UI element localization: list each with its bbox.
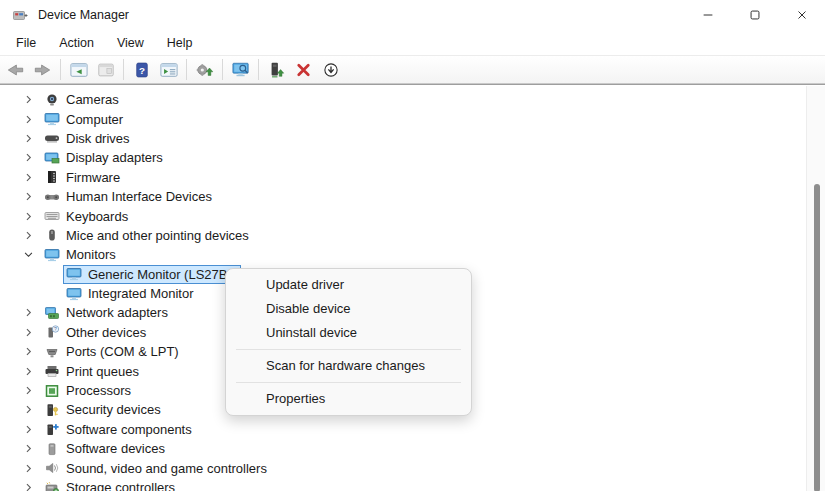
update-driver-button[interactable] [192,58,217,82]
chevron-right-icon[interactable] [22,113,35,126]
title-bar: Device Manager [0,0,825,30]
row-content[interactable]: Storage controllers [41,478,181,491]
row-content[interactable]: Monitors [41,245,122,264]
tree-item-human-interface-devices[interactable]: Human Interface Devices [0,187,806,206]
row-content[interactable]: Computer [41,110,129,129]
context-disable-device[interactable]: Disable device [226,297,471,321]
tree-item-cameras[interactable]: Cameras [0,90,806,109]
chevron-right-icon[interactable] [22,132,35,145]
chevron-right-icon[interactable] [22,403,35,416]
add-driver-button[interactable] [264,58,289,82]
help-icon: ? [133,61,151,79]
chevron-right-icon[interactable] [22,306,35,319]
chevron-right-icon[interactable] [22,210,35,223]
row-content[interactable]: Software components [41,420,198,439]
chevron-right-icon[interactable] [22,171,35,184]
row-content[interactable]: Network adapters [41,303,174,322]
uninstall-device-button[interactable] [291,58,316,82]
close-icon [795,8,809,22]
help-button[interactable]: ? [129,58,154,82]
tree-item-label: Security devices [66,402,161,417]
tree-item-label: Print queues [66,364,139,379]
tree-item-sound-video-and-game-controllers[interactable]: Sound, video and game controllers [0,458,806,477]
menu-view[interactable]: View [107,33,154,53]
row-content[interactable]: Display adapters [41,148,169,167]
tree-item-monitors[interactable]: Monitors [0,245,806,264]
row-content[interactable]: Keyboards [41,207,134,226]
tree-item-label: Network adapters [66,305,168,320]
tree-item-firmware[interactable]: Firmware [0,168,806,187]
context-properties[interactable]: Properties [226,387,471,411]
row-content[interactable]: Human Interface Devices [41,187,218,206]
keyboard-icon [44,209,60,223]
chevron-right-icon[interactable] [22,229,35,242]
context-update-driver[interactable]: Update driver [226,273,471,297]
tree-item-keyboards[interactable]: Keyboards [0,206,806,225]
action-pane-button[interactable] [156,58,181,82]
row-content[interactable]: Ports (COM & LPT) [41,342,185,361]
chevron-right-icon[interactable] [22,345,35,358]
context-menu-separator [236,349,461,350]
row-content[interactable]: Processors [41,381,137,400]
vertical-scrollbar[interactable] [806,86,825,491]
mouse-icon [44,228,60,242]
toolbar-separator [222,59,223,80]
maximize-button[interactable] [731,0,778,30]
tree-item-storage-controllers[interactable]: Storage controllers [0,478,806,491]
row-content[interactable]: ?Other devices [41,323,152,342]
display-adapter-icon [44,151,60,165]
minimize-button[interactable] [684,0,731,30]
chevron-down-icon[interactable] [22,248,35,261]
row-content[interactable]: Cameras [41,90,125,109]
chevron-right-icon[interactable] [22,326,35,339]
menu-help[interactable]: Help [157,33,203,53]
chevron-right-icon[interactable] [22,423,35,436]
chevron-right-icon[interactable] [22,151,35,164]
monitor-icon [66,287,82,301]
chevron-right-icon[interactable] [22,384,35,397]
forward-button[interactable] [30,58,55,82]
scrollbar-thumb[interactable] [814,184,820,491]
back-button[interactable] [3,58,28,82]
show-console-tree-button[interactable] [66,58,91,82]
printer-icon [44,364,60,378]
menu-file[interactable]: File [6,33,46,53]
row-content[interactable]: Software devices [41,439,171,458]
security-device-icon [44,403,60,417]
row-content[interactable]: Integrated Monitor [63,284,200,303]
chevron-right-icon[interactable] [22,190,35,203]
tree-item-label: Software devices [66,441,165,456]
row-content[interactable]: Firmware [41,168,126,187]
tree-item-display-adapters[interactable]: Display adapters [0,148,806,167]
tree-item-mice-and-other-pointing-devices[interactable]: Mice and other pointing devices [0,226,806,245]
tree-item-label: Firmware [66,170,120,185]
menu-action[interactable]: Action [49,33,104,53]
tree-item-software-components[interactable]: Software components [0,420,806,439]
chevron-right-icon[interactable] [22,481,35,491]
context-scan-for-hardware-changes[interactable]: Scan for hardware changes [226,354,471,378]
close-button[interactable] [778,0,825,30]
row-content[interactable]: Print queues [41,362,145,381]
tree-item-software-devices[interactable]: Software devices [0,439,806,458]
back-arrow-icon [5,61,26,79]
row-content[interactable]: Security devices [41,400,167,419]
context-uninstall-device[interactable]: Uninstall device [226,321,471,345]
scan-hardware-changes-button[interactable] [228,58,253,82]
monitor-icon [66,267,82,281]
chevron-right-icon[interactable] [22,462,35,475]
row-content[interactable]: Mice and other pointing devices [41,226,255,245]
tree-item-disk-drives[interactable]: Disk drives [0,129,806,148]
properties-pane-button[interactable] [93,58,118,82]
chevron-right-icon[interactable] [22,442,35,455]
row-content[interactable]: Sound, video and game controllers [41,459,273,478]
row-content[interactable]: Disk drives [41,129,136,148]
tree-item-label: Disk drives [66,131,130,146]
chevron-right-icon[interactable] [22,365,35,378]
chevron-right-icon[interactable] [22,93,35,106]
disable-device-button[interactable] [318,58,343,82]
port-icon [44,345,60,359]
tree-item-label: Cameras [66,92,119,107]
window-controls [684,0,825,30]
tree-item-computer[interactable]: Computer [0,109,806,128]
selected-row-highlight[interactable]: Generic Monitor (LS27B6 [63,265,241,284]
